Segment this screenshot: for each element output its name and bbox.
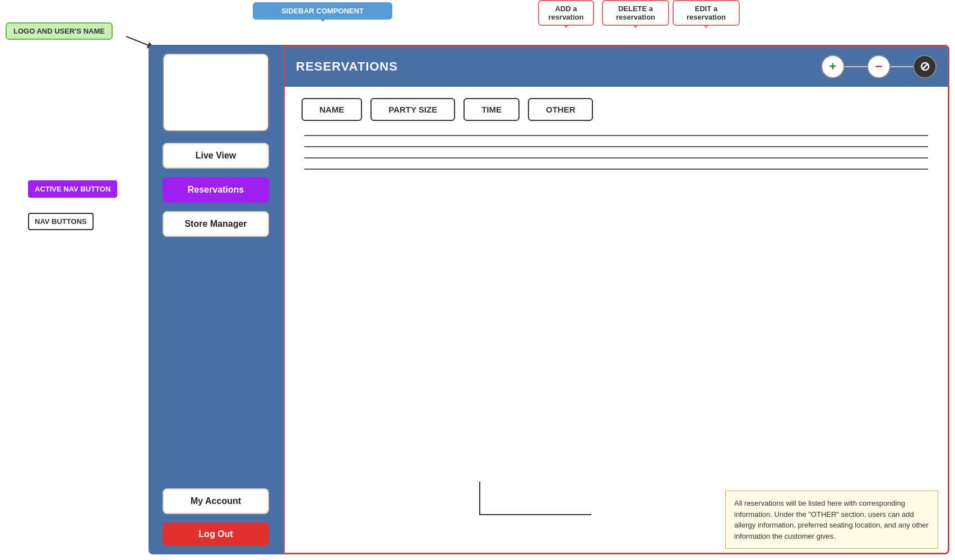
delete-annotation-label: DELETE areservation xyxy=(616,4,655,21)
table-area: NAME PARTY SIZE TIME OTHER xyxy=(285,87,948,553)
nav-live-view[interactable]: Live View xyxy=(163,143,269,169)
delete-reservation-icon[interactable]: − xyxy=(867,55,891,78)
col-other-label: OTHER xyxy=(546,105,576,114)
table-row xyxy=(304,157,928,158)
nav-reservations[interactable]: Reservations xyxy=(163,177,269,203)
sidebar-annotation-bubble: SIDEBAR COMPONENT xyxy=(253,2,392,20)
add-annotation-label: ADD aresrvation xyxy=(549,4,584,21)
tooltip-text: All reservations will be listed here wit… xyxy=(734,499,929,540)
main-content: RESERVATIONS + − ⊘ NAME xyxy=(283,45,949,554)
nav-reservations-label: Reservations xyxy=(188,185,244,194)
logo-annotation: LOGO AND USER'S NAME xyxy=(6,22,113,40)
active-nav-annotation-label: ACTIVE NAV BUTTON xyxy=(35,185,110,193)
edit-annotation-bubble: EDIT areservation xyxy=(673,0,740,26)
sidebar: Live View Reservations Store Manager My … xyxy=(149,45,283,554)
main-layout: Live View Reservations Store Manager My … xyxy=(149,45,949,554)
my-account-label: My Account xyxy=(191,496,241,506)
icon-connector-1 xyxy=(845,66,867,67)
nav-live-view-label: Live View xyxy=(196,151,237,160)
col-time-label: TIME xyxy=(481,105,502,114)
table-row xyxy=(304,135,928,136)
add-icon-symbol: + xyxy=(829,59,837,74)
nav-buttons-annotation: NAV BUTTONS xyxy=(28,213,94,230)
column-headers: NAME PARTY SIZE TIME OTHER xyxy=(302,98,931,121)
reservations-title: RESERVATIONS xyxy=(296,59,398,74)
col-party-size: PARTY SIZE xyxy=(370,98,455,121)
logo-box xyxy=(163,53,269,132)
add-annotation-bubble: ADD aresrvation xyxy=(538,0,594,26)
delete-annotation-bubble: DELETE areservation xyxy=(602,0,669,26)
logo-annotation-label: LOGO AND USER'S NAME xyxy=(13,27,105,35)
col-other: OTHER xyxy=(528,98,594,121)
col-party-size-label: PARTY SIZE xyxy=(388,105,437,114)
l-shape-line xyxy=(479,482,480,515)
edit-annotation-label: EDIT areservation xyxy=(687,4,726,21)
add-reservation-icon[interactable]: + xyxy=(821,55,845,78)
reservations-header: RESERVATIONS + − ⊘ xyxy=(285,46,948,87)
nav-store-manager[interactable]: Store Manager xyxy=(163,211,269,237)
table-row xyxy=(304,169,928,170)
logout-button[interactable]: Log Out xyxy=(163,522,269,546)
sidebar-annotation-label: SIDEBAR COMPONENT xyxy=(281,7,364,15)
col-time: TIME xyxy=(463,98,520,121)
my-account-button[interactable]: My Account xyxy=(163,488,269,514)
tooltip-box: All reservations will be listed here wit… xyxy=(725,491,938,549)
active-nav-annotation: ACTIVE NAV BUTTON xyxy=(28,180,117,198)
edit-icon-symbol: ⊘ xyxy=(920,59,930,74)
icon-connector-2 xyxy=(891,66,913,67)
nav-buttons-annotation-label: NAV BUTTONS xyxy=(35,217,87,226)
logout-label: Log Out xyxy=(198,529,233,539)
delete-icon-symbol: − xyxy=(875,59,883,74)
edit-reservation-icon[interactable]: ⊘ xyxy=(913,55,937,78)
header-icons: + − ⊘ xyxy=(821,55,937,78)
nav-store-manager-label: Store Manager xyxy=(184,219,247,228)
col-name: NAME xyxy=(302,98,362,121)
col-name-label: NAME xyxy=(319,105,344,114)
table-row xyxy=(304,146,928,147)
data-rows xyxy=(302,135,931,170)
